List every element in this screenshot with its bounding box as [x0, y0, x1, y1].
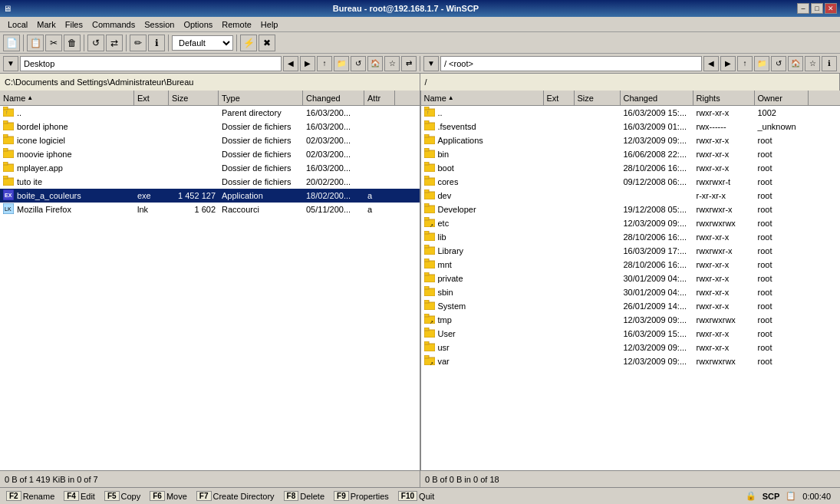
- right-home-btn[interactable]: 🏠: [788, 56, 803, 71]
- session-dropdown[interactable]: Default: [172, 35, 233, 51]
- table-row[interactable]: icone logicielDossier de fichiers02/03/2…: [0, 133, 420, 147]
- toolbar-delete-btn[interactable]: 🗑: [64, 35, 81, 51]
- left-panel-header: Name ▲ Ext Size Type Changed Attr: [0, 91, 420, 106]
- table-row[interactable]: mnt28/10/2006 16:...rwxr-xr-xroot: [421, 258, 841, 272]
- menu-item-session[interactable]: Session: [140, 18, 179, 31]
- fn-button-f6[interactable]: F6Move: [147, 490, 190, 502]
- file-name-cell: User: [421, 327, 544, 341]
- svg-rect-40: [424, 245, 429, 248]
- fn-button-label: Edit: [81, 492, 95, 501]
- left-address-input[interactable]: [20, 56, 282, 71]
- file-type-cell: Dossier de fichiers: [219, 176, 303, 187]
- table-row[interactable]: User16/03/2009 15:...rwxr-xr-xroot: [421, 327, 841, 341]
- left-col-ext[interactable]: Ext: [134, 91, 169, 105]
- table-row[interactable]: ↑..Parent directory16/03/200...: [0, 106, 420, 120]
- toolbar-copy-btn[interactable]: 📋: [27, 35, 44, 51]
- menu-item-help[interactable]: Help: [256, 18, 283, 31]
- fn-button-f10[interactable]: F10Quit: [395, 490, 437, 502]
- toolbar-connect-btn[interactable]: ⚡: [240, 35, 257, 51]
- left-col-name[interactable]: Name ▲: [0, 91, 134, 105]
- right-back-btn[interactable]: ◀: [703, 56, 719, 71]
- right-col-changed[interactable]: Changed: [621, 91, 693, 105]
- fn-button-f9[interactable]: F9Properties: [331, 490, 392, 502]
- menu-item-mark[interactable]: Mark: [32, 18, 60, 31]
- left-bookmark-btn[interactable]: ☆: [384, 56, 400, 71]
- table-row[interactable]: Library16/03/2009 17:...rwxrwxr-xroot: [421, 244, 841, 258]
- fn-button-label: Properties: [351, 492, 389, 501]
- toolbar-new-btn[interactable]: 📄: [3, 35, 20, 51]
- fn-button-f5[interactable]: F5Copy: [101, 490, 143, 502]
- right-props-btn[interactable]: ℹ: [822, 56, 837, 71]
- close-button[interactable]: ✕: [825, 3, 837, 14]
- left-refresh-btn[interactable]: ↺: [351, 56, 366, 71]
- table-row[interactable]: bin16/06/2008 22:...rwxr-xr-xroot: [421, 147, 841, 161]
- fn-button-f4[interactable]: F4Edit: [61, 490, 98, 502]
- table-row[interactable]: bordel iphoneDossier de fichiers16/03/20…: [0, 120, 420, 133]
- toolbar-props-btn[interactable]: ℹ: [148, 35, 165, 51]
- fn-button-f2[interactable]: F2Rename: [3, 490, 58, 502]
- table-row[interactable]: ↗etc12/03/2009 09:...rwxrwxrwxroot: [421, 216, 841, 230]
- table-row[interactable]: private30/01/2009 04:...rwxr-xr-xroot: [421, 272, 841, 285]
- table-row[interactable]: Developer19/12/2008 05:...rwxrwxr-xroot: [421, 203, 841, 216]
- svg-rect-33: [424, 203, 429, 206]
- left-col-type[interactable]: Type: [219, 91, 303, 105]
- left-browse-btn[interactable]: 📁: [334, 56, 349, 71]
- table-row[interactable]: Applications12/03/2009 09:...rwxr-xr-xro…: [421, 133, 841, 147]
- toolbar-refresh-btn[interactable]: ↺: [87, 35, 104, 51]
- toolbar-edit-btn[interactable]: ✏: [130, 35, 147, 51]
- table-row[interactable]: boot28/10/2006 16:...rwxr-xr-xroot: [421, 161, 841, 175]
- table-row[interactable]: System26/01/2009 14:...rwxr-xr-xroot: [421, 299, 841, 313]
- right-address-input[interactable]: [440, 56, 702, 71]
- menu-item-local[interactable]: Local: [3, 18, 32, 31]
- table-row[interactable]: .fseventsd16/03/2009 01:...rwx------_unk…: [421, 120, 841, 133]
- right-up-btn[interactable]: ↑: [737, 56, 753, 71]
- fn-button-f7[interactable]: F7Create Directory: [193, 490, 278, 502]
- table-row[interactable]: LKMozilla Firefoxlnk1 602Raccourci05/11/…: [0, 203, 420, 216]
- right-bookmark-btn[interactable]: ☆: [805, 56, 820, 71]
- left-back-btn[interactable]: ◀: [283, 56, 298, 71]
- right-col-size[interactable]: Size: [575, 91, 621, 105]
- left-up-btn[interactable]: ↑: [317, 56, 332, 71]
- menu-item-commands[interactable]: Commands: [87, 18, 140, 31]
- right-col-ext[interactable]: Ext: [544, 91, 575, 105]
- toolbar-move-btn[interactable]: ✂: [45, 35, 62, 51]
- table-row[interactable]: devr-xr-xr-xroot: [421, 189, 841, 203]
- left-col-changed[interactable]: Changed: [303, 91, 364, 105]
- table-row[interactable]: EXboite_a_couleursexe1 452 127Applicatio…: [0, 189, 420, 203]
- left-fwd-btn[interactable]: ▶: [300, 56, 315, 71]
- right-col-owner[interactable]: Owner: [755, 91, 809, 105]
- table-row[interactable]: usr12/03/2009 09:...rwxr-xr-xroot: [421, 341, 841, 354]
- right-addr-dropdown[interactable]: ▼: [423, 56, 439, 71]
- table-row[interactable]: tuto iteDossier de fichiers20/02/200...: [0, 175, 420, 189]
- table-row[interactable]: ↗var12/03/2009 09:...rwxrwxrwxroot: [421, 354, 841, 368]
- right-fwd-btn[interactable]: ▶: [720, 56, 736, 71]
- table-row[interactable]: ↑..16/03/2009 15:...rwxr-xr-x1002: [421, 106, 841, 120]
- menu-item-remote[interactable]: Remote: [217, 18, 256, 31]
- left-home-btn[interactable]: 🏠: [367, 56, 383, 71]
- file-ext-cell: [544, 153, 575, 155]
- right-col-rights[interactable]: Rights: [693, 91, 755, 105]
- maximize-button[interactable]: □: [811, 3, 823, 14]
- table-row[interactable]: mplayer.appDossier de fichiers16/03/200.…: [0, 161, 420, 175]
- left-addr-dropdown[interactable]: ▼: [3, 56, 18, 71]
- right-browse-btn[interactable]: 📁: [754, 56, 769, 71]
- right-col-name[interactable]: Name ▲: [421, 91, 544, 105]
- table-row[interactable]: sbin30/01/2009 04:...rwxr-xr-xroot: [421, 285, 841, 299]
- menu-item-files[interactable]: Files: [61, 18, 87, 31]
- menu-item-options[interactable]: Options: [179, 18, 217, 31]
- left-col-size[interactable]: Size: [169, 91, 219, 105]
- minimize-button[interactable]: –: [797, 3, 809, 14]
- toolbar-disconnect-btn[interactable]: ✖: [259, 35, 275, 51]
- toolbar-sync-btn[interactable]: ⇄: [106, 35, 123, 51]
- left-sync-btn[interactable]: ⇄: [401, 56, 417, 71]
- right-refresh-btn[interactable]: ↺: [771, 56, 786, 71]
- file-name-cell: System: [421, 299, 544, 313]
- file-ext-cell: [544, 209, 575, 210]
- fn-button-f8[interactable]: F8Delete: [281, 490, 328, 502]
- left-col-attr[interactable]: Attr: [364, 91, 395, 105]
- table-row[interactable]: lib28/10/2006 16:...rwxr-xr-xroot: [421, 230, 841, 244]
- table-row[interactable]: cores09/12/2008 06:...rwxrwxr-troot: [421, 175, 841, 189]
- table-row[interactable]: ↗tmp12/03/2009 09:...rwxrwxrwxroot: [421, 313, 841, 327]
- table-row[interactable]: moovie iphoneDossier de fichiers02/03/20…: [0, 147, 420, 161]
- svg-rect-38: [424, 231, 429, 234]
